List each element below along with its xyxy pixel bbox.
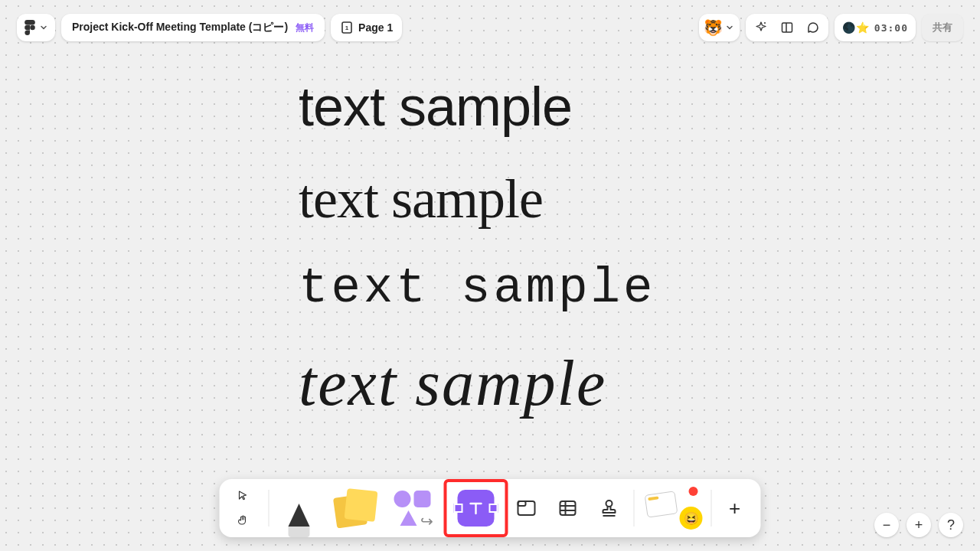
layout-grid-button[interactable] [778,18,796,37]
page-label: Page 1 [358,21,393,34]
share-label: 共有 [933,21,952,34]
stamp-tool-button[interactable] [593,485,626,531]
shapes-icon: ↪ [394,489,439,527]
timer-avatar-icon: 🌑⭐ [842,21,870,34]
sticky-note-tool-button[interactable] [329,485,383,531]
question-icon: ? [947,517,955,533]
view-tools-group [746,14,828,41]
table-icon [557,497,579,519]
chevron-down-icon [726,24,733,31]
layout-icon [780,21,794,34]
zoom-out-button[interactable]: − [874,513,899,537]
hand-icon [237,514,250,527]
shapes-tool-button[interactable]: ↪ [390,485,443,531]
section-tool-button[interactable] [510,485,544,531]
pencil-icon [289,504,310,527]
widgets-icon: 😆 [646,488,700,528]
comment-icon [806,21,820,34]
svg-rect-8 [560,501,576,515]
free-plan-badge: 無料 [296,21,314,34]
section-icon [515,497,538,520]
text-sample-mono[interactable]: text sample [299,262,655,315]
bottom-toolbar: ↪ 😆 + [220,479,761,537]
table-tool-button[interactable] [551,485,585,531]
minus-icon: − [883,517,891,533]
figma-menu-button[interactable] [17,14,55,41]
svg-point-12 [606,500,612,507]
plus-icon: + [915,517,923,533]
help-button[interactable]: ? [939,513,963,537]
text-tool-icon [458,490,495,527]
text-sample-hand[interactable]: text sample [299,348,655,419]
project-title: Project Kick-Off Meeting Template (コピー) [72,21,288,34]
svg-point-3 [764,22,766,24]
chevron-down-icon [40,24,47,31]
share-button[interactable]: 共有 [922,14,963,41]
timer-button[interactable]: 🌑⭐ 03:00 [835,14,916,41]
cursor-icon [237,490,250,502]
toolbar-divider [711,490,712,527]
svg-text:1: 1 [345,24,349,31]
project-title-button[interactable]: Project Kick-Off Meeting Template (コピー) … [61,14,325,41]
page-icon: 1 [340,21,354,34]
text-tool-button[interactable] [450,485,502,531]
user-avatar-button[interactable]: 🐯 [699,14,740,41]
svg-point-0 [30,25,35,31]
sparkle-icon [754,21,768,34]
ai-sparkle-button[interactable] [752,18,770,37]
plus-icon: + [729,497,740,520]
select-tool-button[interactable] [234,486,253,506]
svg-rect-7 [518,501,526,506]
hand-tool-button[interactable] [234,510,253,530]
toolbar-divider [634,490,635,527]
text-sample-serif[interactable]: text sample [299,169,655,230]
zoom-in-button[interactable]: + [906,513,931,537]
timer-value: 03:00 [874,22,908,34]
text-sample-sans[interactable]: text sample [299,77,655,137]
canvas-text-samples: text sample text sample text sample text… [299,77,655,451]
toolbar-divider [269,490,270,527]
svg-rect-4 [782,23,792,32]
pencil-tool-button[interactable] [277,485,322,531]
figma-logo-icon [24,20,35,35]
avatar-emoji-icon: 🐯 [704,18,723,37]
sticky-notes-icon [335,490,377,527]
add-more-button[interactable]: + [720,485,750,531]
comment-button[interactable] [804,18,822,37]
stamp-icon [599,498,619,518]
widgets-tool-button[interactable]: 😆 [642,485,704,531]
page-selector-button[interactable]: 1 Page 1 [331,14,402,41]
